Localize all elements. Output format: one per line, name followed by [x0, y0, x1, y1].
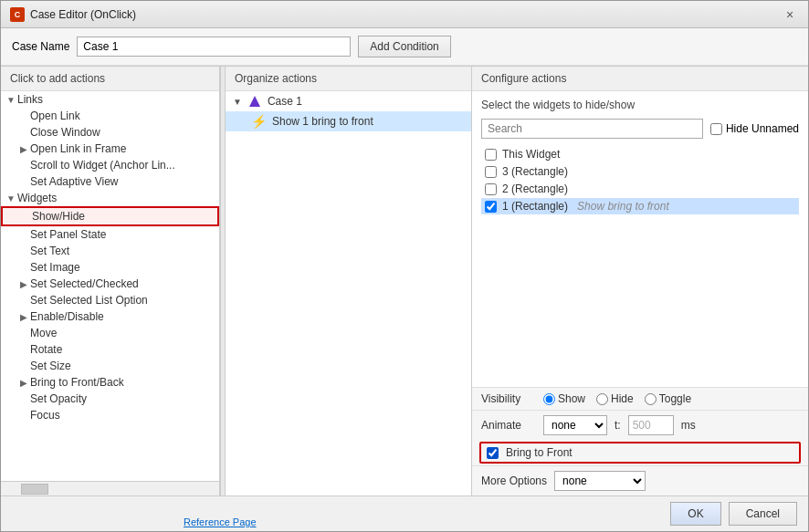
toggle-enable-disable: ▶: [17, 310, 30, 323]
widget-rect2-checkbox[interactable]: [485, 183, 497, 195]
cancel-button[interactable]: Cancel: [729, 502, 797, 526]
toggle-widgets: ▼: [5, 192, 17, 204]
bring-to-front-checkbox[interactable]: [487, 447, 499, 459]
title-bar: C Case Editor (OnClick) ×: [1, 1, 808, 28]
lightning-icon: ⚡: [251, 114, 267, 129]
visibility-toggle-label: Toggle: [659, 392, 691, 405]
middle-panel: Organize actions ▼ Case 1 ⚡ Show 1 bring…: [226, 67, 472, 495]
sidebar-item-enable-disable[interactable]: ▶ Enable/Disable: [1, 308, 219, 325]
visibility-hide-radio[interactable]: [596, 393, 608, 405]
sidebar-item-set-selected-list[interactable]: Set Selected List Option: [1, 292, 219, 308]
widget-rect1-checkbox[interactable]: [485, 201, 497, 213]
sidebar-item-open-link-frame[interactable]: ▶ Open Link in Frame: [1, 141, 219, 157]
show-action-label: Show 1 bring to front: [272, 115, 373, 128]
widget-row-rect3: 3 (Rectangle): [481, 163, 799, 180]
right-panel: Configure actions Select the widgets to …: [472, 67, 808, 495]
close-button[interactable]: ×: [781, 5, 799, 24]
left-panel: Click to add actions ▼ Links Open Link C…: [1, 67, 220, 495]
ms-label: ms: [681, 419, 696, 432]
sidebar-item-widgets[interactable]: ▼ Widgets: [1, 190, 219, 206]
visibility-show[interactable]: Show: [543, 392, 585, 405]
left-panel-header: Click to add actions: [1, 67, 219, 91]
show-action-item[interactable]: ⚡ Show 1 bring to front: [226, 111, 471, 131]
toggle-bring-front-back: ▶: [17, 376, 30, 389]
hscroll-thumb[interactable]: [21, 484, 48, 495]
middle-panel-header: Organize actions: [226, 67, 471, 91]
sidebar-item-set-text[interactable]: Set Text: [1, 243, 219, 259]
sidebar-item-set-size[interactable]: Set Size: [1, 358, 219, 374]
widget-row-rect1[interactable]: 1 (Rectangle) Show bring to front: [481, 198, 799, 214]
toggle-links: ▼: [5, 93, 17, 106]
visibility-row: Visibility Show Hide Toggle: [472, 387, 808, 410]
sidebar-item-set-opacity[interactable]: Set Opacity: [1, 391, 219, 407]
visibility-label: Visibility: [481, 392, 536, 405]
hide-unnamed-label-row: Hide Unnamed: [710, 122, 799, 135]
sidebar-item-links[interactable]: ▼ Links: [1, 91, 219, 108]
bring-to-front-row: Bring to Front: [479, 442, 801, 464]
visibility-radio-group: Show Hide Toggle: [543, 392, 691, 405]
add-condition-button[interactable]: Add Condition: [358, 36, 450, 57]
title-bar-left: C Case Editor (OnClick): [10, 7, 136, 22]
visibility-toggle-radio[interactable]: [645, 393, 657, 405]
widget-rect2-label: 2 (Rectangle): [502, 183, 568, 195]
sidebar-item-close-window[interactable]: Close Window: [1, 124, 219, 141]
sidebar-item-set-panel-state[interactable]: Set Panel State: [1, 226, 219, 243]
case1-label: Case 1: [268, 95, 302, 108]
reference-page-link[interactable]: Reference Page: [184, 516, 257, 527]
visibility-hide-label: Hide: [611, 392, 634, 405]
bring-to-front-label: Bring to Front: [506, 446, 573, 459]
right-panel-header: Configure actions: [472, 67, 808, 91]
animate-select[interactable]: none: [543, 415, 607, 435]
sidebar-item-show-hide[interactable]: Show/Hide: [1, 206, 219, 226]
case-icon: [247, 94, 262, 109]
sidebar-item-open-link[interactable]: Open Link: [1, 108, 219, 124]
sidebar-item-set-selected-checked[interactable]: ▶ Set Selected/Checked: [1, 276, 219, 292]
more-options-row: More Options none: [472, 465, 808, 495]
sidebar-item-rotate[interactable]: Rotate: [1, 341, 219, 358]
expand-case1-icon: ▼: [233, 97, 242, 107]
hide-unnamed-checkbox[interactable]: [710, 123, 722, 135]
case-name-input[interactable]: [77, 37, 351, 57]
middle-panel-scroll[interactable]: ▼ Case 1 ⚡ Show 1 bring to front: [226, 91, 471, 495]
t-label: t:: [615, 419, 621, 432]
left-panel-scroll[interactable]: ▼ Links Open Link Close Window ▶ Open Li…: [1, 91, 219, 481]
visibility-hide[interactable]: Hide: [596, 392, 634, 405]
svg-marker-0: [249, 96, 260, 107]
sidebar-item-scroll-widget[interactable]: Scroll to Widget (Anchor Lin...: [1, 157, 219, 173]
widget-rect1-action: Show bring to front: [577, 200, 669, 213]
t-input[interactable]: [628, 415, 674, 435]
case-name-row: Case Name Add Condition: [1, 28, 808, 66]
widget-select-label: Select the widgets to hide/show: [481, 99, 799, 111]
widget-rect3-checkbox[interactable]: [485, 166, 497, 178]
sidebar-item-bring-front-back[interactable]: ▶ Bring to Front/Back: [1, 374, 219, 391]
toggle-set-selected-checked: ▶: [17, 277, 30, 290]
sidebar-item-focus[interactable]: Focus: [1, 407, 219, 423]
sidebar-item-set-image[interactable]: Set Image: [1, 259, 219, 276]
visibility-show-label: Show: [558, 392, 585, 405]
visibility-toggle[interactable]: Toggle: [645, 392, 691, 405]
hide-unnamed-text: Hide Unnamed: [726, 122, 799, 135]
sidebar-item-set-adaptive-view[interactable]: Set Adaptive View: [1, 173, 219, 190]
toggle-open-link-frame: ▶: [17, 142, 30, 155]
widget-rect3-label: 3 (Rectangle): [502, 165, 568, 178]
visibility-show-radio[interactable]: [543, 393, 555, 405]
more-options-select[interactable]: none: [554, 471, 646, 491]
animate-label: Animate: [481, 419, 536, 432]
main-content: Click to add actions ▼ Links Open Link C…: [1, 66, 808, 495]
case-editor-dialog: C Case Editor (OnClick) × Case Name Add …: [0, 0, 809, 532]
search-row: Hide Unnamed: [481, 119, 799, 139]
more-options-label: More Options: [481, 475, 547, 487]
left-panel-hscroll[interactable]: [1, 481, 219, 495]
search-input[interactable]: [481, 119, 703, 139]
widget-row-rect2: 2 (Rectangle): [481, 181, 799, 197]
animate-row: Animate none t: ms: [472, 410, 808, 440]
sidebar-item-move[interactable]: Move: [1, 325, 219, 341]
case-name-label: Case Name: [12, 40, 69, 53]
widget-this-checkbox[interactable]: [485, 149, 497, 161]
widget-this-label: This Widget: [502, 148, 560, 161]
widget-row-this: This Widget: [481, 146, 799, 162]
ok-button[interactable]: OK: [670, 502, 720, 526]
dialog-title: Case Editor (OnClick): [30, 8, 136, 21]
case1-header[interactable]: ▼ Case 1: [226, 91, 471, 111]
widget-rect1-label: 1 (Rectangle): [502, 200, 568, 213]
